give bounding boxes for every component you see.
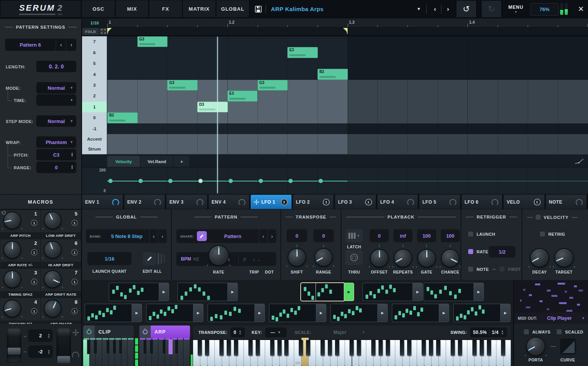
play-shape-button[interactable]: ▶: [344, 283, 354, 301]
black-key[interactable]: [256, 340, 260, 356]
bank-selector[interactable]: BANK: 5 Note 8 Step ‹ ›: [86, 229, 167, 243]
mini-black-key[interactable]: [113, 340, 116, 354]
mod-tab-lfo6[interactable]: LFO 6: [462, 195, 503, 209]
play-shape-button[interactable]: ▶: [193, 304, 203, 322]
note-B2[interactable]: B2: [107, 112, 138, 123]
mini-black-key[interactable]: [106, 340, 110, 354]
timeline-ruler[interactable]: 1/16 11.21.31.4: [82, 18, 588, 28]
shape-thumbnail[interactable]: ▶: [269, 304, 326, 322]
master-volume[interactable]: 76%: [530, 3, 559, 16]
black-key[interactable]: [219, 340, 224, 356]
mod-tab-velo[interactable]: VELO1: [504, 195, 545, 209]
play-shape-button[interactable]: ▶: [412, 283, 423, 301]
offset-value[interactable]: 0: [370, 229, 389, 242]
mod-tab-note[interactable]: NOTE: [546, 195, 588, 209]
pitch-value-field[interactable]: C3 ▲▼: [36, 149, 76, 160]
arp-mini-keyboard[interactable]: [139, 338, 190, 366]
black-key[interactable]: [234, 340, 238, 356]
mod-tab-lfo5[interactable]: LFO 5: [419, 195, 461, 209]
next-shape-button[interactable]: ›: [267, 229, 276, 243]
curve-button[interactable]: [560, 338, 576, 355]
black-key[interactable]: [321, 340, 325, 356]
launch-checkbox[interactable]: [468, 232, 473, 236]
play-shape-button[interactable]: ▶: [159, 283, 169, 301]
mini-black-key[interactable]: [150, 340, 153, 354]
mini-black-key[interactable]: [93, 340, 97, 354]
nav-tab-global[interactable]: GLOBAL: [216, 0, 250, 17]
shape-thumbnail[interactable]: ▶: [208, 304, 265, 322]
move-icon[interactable]: [72, 329, 79, 336]
velocity-point[interactable]: [198, 179, 203, 183]
shape-thumbnail[interactable]: ▶: [109, 283, 169, 301]
swing-field[interactable]: 50.5% 1/4 ▲▼: [470, 327, 507, 337]
mod-tab-lfo1[interactable]: LFO 12: [251, 195, 292, 209]
play-shape-button[interactable]: ▶: [316, 304, 326, 322]
main-keyboard[interactable]: C3: [193, 340, 511, 366]
mini-black-key[interactable]: [169, 340, 172, 354]
gate-knob[interactable]: [418, 250, 435, 267]
shape-thumbnail[interactable]: ▶: [392, 304, 449, 322]
prev-preset-button[interactable]: ‹: [430, 0, 440, 18]
shape-thumbnail[interactable]: ▶: [85, 304, 142, 322]
macro-hi-arp-drift[interactable]: 61HI ARP DRIFT: [41, 239, 81, 269]
lane-label-accent[interactable]: Accent: [82, 134, 107, 144]
note-G3[interactable]: G3: [167, 80, 198, 91]
black-key[interactable]: [400, 340, 404, 356]
gate-value[interactable]: 100: [417, 229, 436, 242]
prev-bank-button[interactable]: ‹: [149, 229, 158, 243]
macro-knob[interactable]: [4, 271, 20, 287]
play-shape-button[interactable]: ▶: [132, 304, 142, 322]
shift-value[interactable]: 0: [287, 229, 307, 242]
retrig-checkbox[interactable]: [540, 232, 545, 236]
length-value[interactable]: 0. 2. 0: [36, 61, 76, 72]
velocity-point[interactable]: [319, 179, 323, 183]
rate-knob[interactable]: [209, 246, 228, 265]
black-key[interactable]: [357, 340, 361, 356]
rate-knob[interactable]: [209, 246, 228, 265]
row-label-6[interactable]: 6: [82, 47, 107, 58]
macro-arp-rate-[interactable]: 21ARP RATE +/-: [0, 239, 41, 269]
kb-scale-value[interactable]: Major: [333, 330, 346, 335]
close-button[interactable]: ✕: [574, 0, 588, 18]
range-knob[interactable]: [315, 249, 332, 266]
black-key[interactable]: [407, 340, 411, 356]
kb-key-select[interactable]: — ▼: [265, 327, 287, 337]
velocity-graph[interactable]: 200 0: [82, 167, 588, 194]
row-label--1[interactable]: -1: [82, 123, 107, 134]
lane-tab-velocity[interactable]: Velocity: [107, 156, 140, 167]
next-bank-button[interactable]: ›: [158, 229, 167, 243]
black-key[interactable]: [436, 340, 440, 356]
shape-thumbnail-selected[interactable]: ▶: [301, 283, 354, 301]
velocity-point[interactable]: [168, 179, 172, 183]
play-shape-button[interactable]: ▶: [439, 304, 449, 322]
black-key[interactable]: [350, 340, 354, 356]
range-value-field[interactable]: 0 ▲▼: [36, 162, 76, 173]
lane-tab-vel-rand[interactable]: Vel.Rand: [140, 156, 174, 167]
mod-tab-lfo4[interactable]: LFO 4: [377, 195, 419, 209]
row-label-0[interactable]: 0: [82, 112, 107, 123]
range-value[interactable]: 0: [313, 229, 334, 242]
shape-thumbnail[interactable]: ▶: [146, 304, 203, 322]
fold-button[interactable]: FOLD: [82, 28, 99, 35]
loop-marker-strip[interactable]: [107, 28, 588, 36]
thru-button[interactable]: [345, 250, 363, 265]
note-G3[interactable]: G3: [258, 80, 288, 91]
black-key[interactable]: [422, 340, 426, 356]
black-key[interactable]: [386, 340, 390, 356]
mod-tab-env4[interactable]: ENV 4: [209, 195, 250, 209]
shape-thumbnail[interactable]: ▶: [362, 283, 423, 301]
next-preset-button[interactable]: ›: [443, 0, 453, 18]
macro-arp-pitch[interactable]: 11ARP PITCH: [0, 210, 41, 239]
mini-black-key[interactable]: [175, 340, 179, 354]
velocity-point[interactable]: [229, 179, 233, 183]
row-label-3[interactable]: 3: [82, 80, 107, 91]
black-key[interactable]: [458, 340, 462, 356]
mini-black-key[interactable]: [87, 340, 91, 354]
menu-button[interactable]: MENU ▼: [504, 0, 527, 18]
black-key[interactable]: [487, 340, 491, 356]
arp-module-tab[interactable]: ARP: [139, 326, 190, 338]
black-key[interactable]: [284, 340, 288, 356]
macro-knob[interactable]: [45, 212, 61, 228]
macro-knob[interactable]: [45, 271, 61, 287]
black-key[interactable]: [371, 340, 375, 356]
